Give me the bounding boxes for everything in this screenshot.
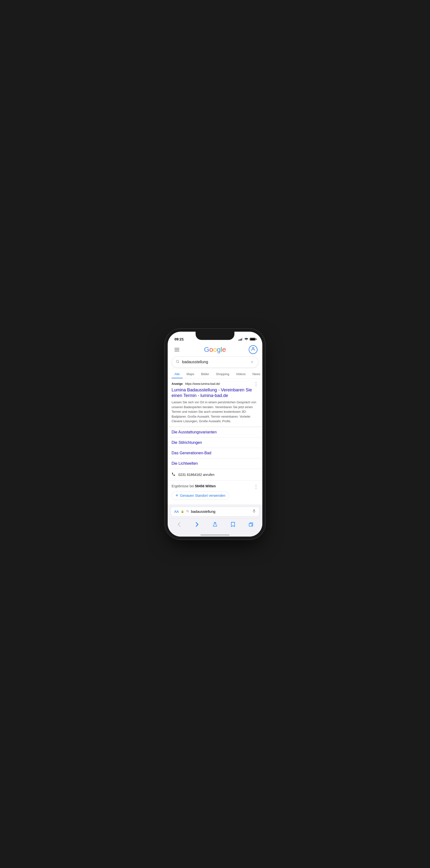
phone-link[interactable]: 0231 61864162 anrufen [168, 469, 262, 480]
share-button[interactable] [210, 520, 220, 529]
signal-icon [238, 338, 243, 341]
microphone-icon[interactable] [252, 509, 256, 514]
safari-search-icon [186, 509, 189, 513]
ad-label: Anzeige · https://www.lumina-bad.de/ [172, 382, 220, 385]
result-snippet: Lassen Sie sich vor Ort in einem persönl… [172, 400, 258, 424]
svg-point-1 [252, 347, 254, 349]
back-button[interactable] [174, 520, 185, 529]
app-header: Google [168, 343, 262, 355]
ad-meta: Anzeige · https://www.lumina-bad.de/ ⋮ [172, 381, 258, 386]
search-bar[interactable]: badausstellung × [172, 356, 258, 368]
tab-shopping[interactable]: Shopping [213, 370, 232, 378]
results-area[interactable]: Anzeige · https://www.lumina-bad.de/ ⋮ L… [168, 378, 262, 504]
location-icon [175, 494, 178, 498]
safari-address-bar-container: AA 🔒 badausstellung [168, 504, 262, 518]
tab-news[interactable]: News [250, 370, 262, 378]
phone-icon [172, 472, 175, 477]
safari-address-bar[interactable]: AA 🔒 badausstellung [171, 507, 259, 517]
sitelink-1[interactable]: Die Ausstattungsvarianten [168, 427, 262, 437]
tab-maps[interactable]: Maps [184, 370, 197, 378]
sitelink-3[interactable]: Das Generationen-Bad [168, 448, 262, 458]
sitelink-2[interactable]: Die Stilrichtungen [168, 437, 262, 448]
phone-number: 0231 61864162 anrufen [178, 473, 214, 476]
account-icon [251, 346, 256, 352]
more-options-button[interactable]: ⋮ [254, 381, 258, 386]
svg-point-0 [246, 340, 246, 340]
clear-button[interactable]: × [250, 359, 254, 365]
svg-rect-8 [249, 523, 252, 526]
search-query: badausstellung [182, 360, 250, 364]
tab-alle[interactable]: Alle [172, 370, 183, 378]
location-text: Ergebnisse bei 58456 Witten [172, 484, 216, 488]
wifi-icon [244, 337, 248, 341]
svg-rect-6 [254, 509, 255, 511]
status-icons [238, 337, 256, 341]
sitelink-4[interactable]: Die Lichtwelten [168, 458, 262, 469]
ad-result-card: Anzeige · https://www.lumina-bad.de/ ⋮ L… [168, 378, 262, 427]
status-time: 09:21 [174, 337, 184, 341]
phone-frame: 09:21 [168, 332, 262, 536]
search-icon [176, 360, 179, 365]
account-button[interactable] [249, 345, 258, 354]
text-size-button[interactable]: AA [174, 509, 179, 514]
location-button[interactable]: Genauen Standort verwenden [172, 491, 229, 500]
search-tabs: Alle Maps Bilder Shopping Videos News [168, 370, 262, 378]
safari-search-query: badausstellung [191, 509, 251, 514]
location-section: Ergebnisse bei 58456 Witten ⋮ Genauen St… [168, 480, 262, 503]
notch [196, 332, 234, 340]
screen-content: Google badausstellung × [168, 343, 262, 536]
tabs-button[interactable] [245, 520, 256, 529]
tab-bilder[interactable]: Bilder [198, 370, 212, 378]
bookmarks-button[interactable] [228, 520, 238, 529]
result-title[interactable]: Lumina Badausstellung - Vereinbaren Sie … [172, 387, 258, 399]
battery-icon [250, 338, 256, 341]
location-more-button[interactable]: ⋮ [254, 484, 258, 489]
menu-button[interactable] [172, 346, 181, 353]
svg-point-3 [176, 495, 178, 496]
safari-toolbar [168, 518, 262, 532]
tab-videos[interactable]: Videos [233, 370, 249, 378]
location-button-label: Genauen Standort verwenden [180, 494, 225, 497]
google-logo: Google [204, 346, 226, 353]
forward-button[interactable] [192, 520, 202, 529]
home-indicator [168, 532, 262, 536]
lock-icon: 🔒 [181, 510, 184, 513]
